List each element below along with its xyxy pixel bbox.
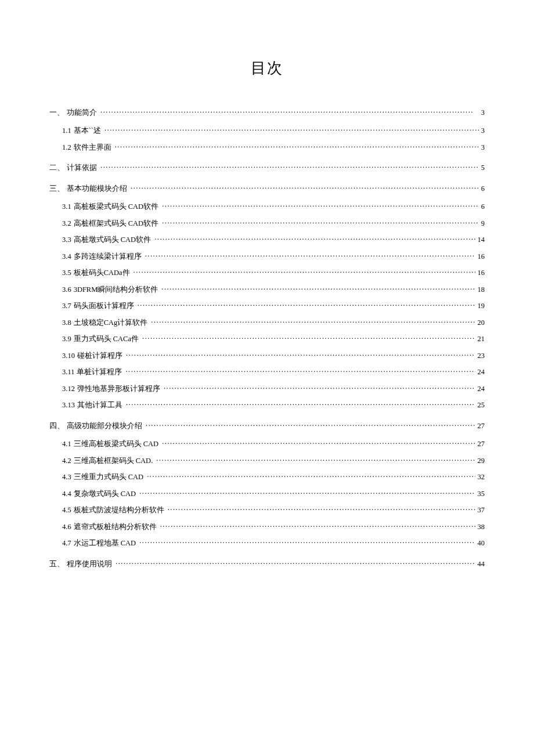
toc-dots bbox=[151, 317, 475, 325]
toc-dots bbox=[138, 301, 475, 309]
toc-dots bbox=[161, 284, 475, 292]
toc-page: 14 bbox=[478, 236, 485, 244]
toc-text: 基本``述 bbox=[74, 126, 101, 136]
toc-dots bbox=[115, 142, 479, 150]
toc-page: 27 bbox=[478, 440, 485, 448]
toc-num: 4.3 bbox=[62, 473, 71, 482]
toc-text: 板桩式防波堤结构分析软件 bbox=[74, 505, 164, 515]
toc-page: 3 bbox=[481, 126, 485, 135]
toc-item-3-8: 3.8 土坡稳定CAg计算软件 20 bbox=[62, 317, 485, 328]
toc-text: 遮帘式板桩结构分析软件 bbox=[74, 522, 157, 532]
toc-text: 码头面板计算程序 bbox=[74, 301, 134, 311]
toc-dots bbox=[139, 489, 475, 496]
toc-item-3-13: 3.13 其他计算工具 25 bbox=[62, 400, 485, 411]
toc-item-3-5: 3.5 板桩码头CADa件 16 bbox=[62, 268, 485, 278]
toc-dots bbox=[142, 334, 475, 342]
toc-num: 1.1 bbox=[62, 126, 71, 135]
toc-item-3-3: 3.3 高桩墩式码头 CAD软件 14 bbox=[62, 235, 485, 245]
toc-section-2: 二、计算依据 5 bbox=[49, 163, 485, 173]
toc-page: 20 bbox=[478, 319, 485, 327]
toc-page: 27 bbox=[478, 422, 485, 431]
toc-page: 35 bbox=[478, 490, 485, 498]
toc-num: 3.2 bbox=[62, 219, 71, 228]
toc-page: 18 bbox=[478, 285, 485, 294]
toc-dots bbox=[100, 107, 474, 115]
toc-text: 3DFRM瞬间结构分析软件 bbox=[74, 285, 158, 295]
toc-section-3: 三、基本功能模块介绍 6 bbox=[49, 183, 485, 194]
toc-num: 二、 bbox=[49, 163, 64, 173]
toc-dots bbox=[147, 472, 475, 480]
toc-text: 高级功能部分模块介绍 bbox=[67, 421, 142, 431]
toc-dots bbox=[160, 522, 475, 529]
toc-num: 4.7 bbox=[62, 539, 71, 548]
toc-item-4-2: 4.2 三维高桩框架码头 CAD. 29 bbox=[62, 455, 485, 466]
toc-item-3-10: 3.10 碰桩计算程序 23 bbox=[62, 350, 485, 361]
toc-page: 37 bbox=[478, 506, 485, 515]
toc-page: 3 bbox=[477, 108, 485, 117]
toc-section-1: 一、功能简介 3 bbox=[49, 107, 485, 118]
toc-item-3-2: 3.2 高桩框架式码头 CAD软件 9 bbox=[62, 218, 485, 229]
toc-page: 32 bbox=[478, 473, 485, 482]
toc-page: 16 bbox=[478, 252, 485, 261]
toc-item-4-6: 4.6 遮帘式板桩结构分析软件 38 bbox=[62, 522, 485, 532]
toc-item-4-7: 4.7 水运工程地基 CAD 40 bbox=[62, 538, 485, 549]
toc-num: 3.13 bbox=[62, 401, 75, 410]
toc-page: 29 bbox=[478, 457, 485, 465]
toc-dots bbox=[145, 251, 475, 259]
toc-dots bbox=[116, 559, 475, 566]
toc-text: 三维高桩框架码头 CAD. bbox=[74, 456, 153, 466]
toc-text: 重力式码头 CACa件 bbox=[74, 334, 139, 344]
toc-page: 38 bbox=[478, 523, 485, 531]
toc-dots bbox=[154, 235, 475, 243]
toc-num: 3.6 bbox=[62, 285, 71, 294]
toc-text: 多跨连续梁计算程序 bbox=[74, 252, 142, 262]
toc-dots bbox=[156, 455, 475, 463]
toc-text: 土坡稳定CAg计算软件 bbox=[74, 318, 148, 328]
toc-text: 单桩计算程序 bbox=[77, 367, 122, 377]
toc-num: 3.4 bbox=[62, 252, 71, 261]
toc-dots bbox=[146, 421, 475, 428]
toc-dots bbox=[168, 505, 475, 513]
toc-num: 3.3 bbox=[62, 236, 71, 244]
toc-item-3-11: 3.11 单桩计算程序 24 bbox=[62, 367, 485, 378]
toc-num: 1.2 bbox=[62, 143, 71, 152]
page-title: 目次 bbox=[49, 58, 485, 78]
toc-dots bbox=[125, 367, 475, 375]
toc-text: 功能简介 bbox=[67, 108, 97, 118]
toc-item-1-2: 1.2 软件主界面 3 bbox=[62, 142, 485, 153]
toc-page: 5 bbox=[481, 164, 485, 172]
toc-num: 四、 bbox=[49, 421, 64, 431]
toc-text: 弹性地基异形板计算程序 bbox=[77, 384, 160, 394]
toc-item-4-3: 4.3 三维重力式码头 CAD 32 bbox=[62, 472, 485, 483]
toc-text: 其他计算工具 bbox=[77, 400, 122, 410]
toc-text: 计算依据 bbox=[67, 163, 97, 173]
toc-dots bbox=[104, 126, 479, 133]
toc-dots bbox=[162, 218, 479, 226]
toc-page: 40 bbox=[478, 539, 485, 548]
toc-text: 程序使用说明 bbox=[67, 559, 112, 569]
toc-num: 3.1 bbox=[62, 202, 71, 211]
toc-page: 6 bbox=[481, 202, 485, 211]
toc-item-3-1: 3.1 高桩板梁式码头 CAD软件 6 bbox=[62, 202, 485, 212]
toc-page: 25 bbox=[478, 401, 485, 410]
toc-num: 3.5 bbox=[62, 269, 71, 277]
toc-num: 4.5 bbox=[62, 506, 71, 515]
toc-text: 高桩墩式码头 CAD软件 bbox=[74, 235, 151, 245]
toc-page: 24 bbox=[478, 368, 485, 377]
toc-page: 23 bbox=[478, 352, 485, 360]
toc-page: 44 bbox=[478, 560, 485, 569]
toc-num: 4.6 bbox=[62, 523, 71, 531]
toc-page: 24 bbox=[478, 385, 485, 393]
toc-num: 三、 bbox=[49, 184, 64, 194]
toc-dots bbox=[126, 350, 475, 358]
toc-text: 三维重力式码头 CAD bbox=[74, 472, 144, 482]
toc-dots bbox=[162, 439, 475, 447]
toc-text: 板桩码头CADa件 bbox=[74, 268, 130, 278]
toc-num: 一、 bbox=[49, 108, 64, 118]
toc-num: 4.4 bbox=[62, 490, 71, 498]
table-of-contents: 一、功能简介 3 1.1 基本``述 3 1.2 软件主界面 3 二、计算依据 … bbox=[49, 107, 485, 569]
toc-page: 16 bbox=[478, 269, 485, 277]
toc-text: 水运工程地基 CAD bbox=[74, 538, 136, 548]
toc-text: 基本功能模块介绍 bbox=[67, 184, 127, 194]
toc-num: 五、 bbox=[49, 559, 64, 569]
